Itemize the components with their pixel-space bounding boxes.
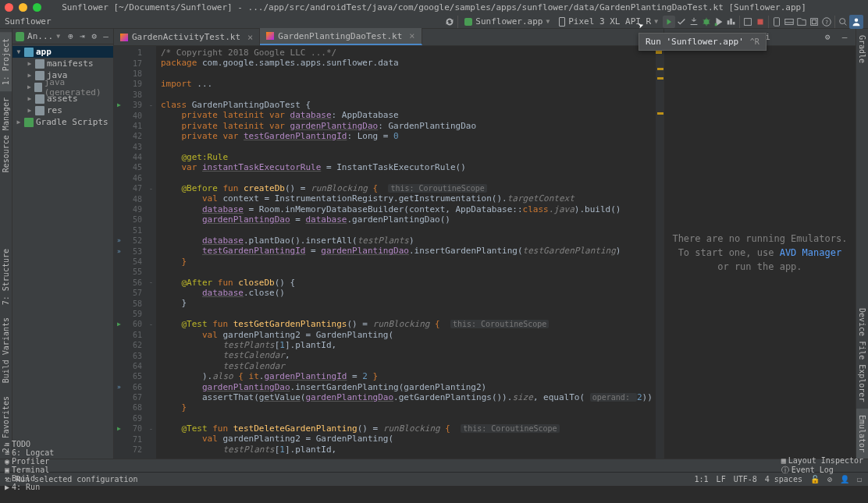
- warning-mark[interactable]: [657, 112, 663, 115]
- tool-tab-layout-inspector[interactable]: ▦Layout Inspector: [781, 456, 863, 465]
- code-line[interactable]: val gardenPlanting2 = GardenPlanting(: [161, 434, 653, 444]
- apply-changes-icon[interactable]: [675, 16, 688, 28]
- sdk-manager-icon[interactable]: [783, 16, 795, 28]
- diff-gutter-icon[interactable]: »: [117, 384, 121, 391]
- line-number[interactable]: 69: [114, 413, 147, 423]
- code-line[interactable]: @After fun closeDb() {: [161, 278, 653, 288]
- fold-toggle[interactable]: [147, 340, 155, 350]
- fold-toggle[interactable]: [147, 382, 155, 392]
- profile-icon[interactable]: [725, 16, 738, 28]
- fold-toggle[interactable]: [147, 193, 155, 204]
- line-number[interactable]: 51: [114, 225, 147, 236]
- line-number[interactable]: 63: [114, 350, 147, 360]
- indent-setting[interactable]: 4 spaces: [765, 475, 802, 484]
- fold-toggle[interactable]: [147, 162, 155, 172]
- line-number[interactable]: 19: [114, 79, 147, 89]
- code-line[interactable]: [161, 69, 653, 79]
- fold-toggle[interactable]: [147, 121, 155, 131]
- tab-resource-manager[interactable]: Resource Manager: [0, 91, 12, 179]
- file-encoding[interactable]: UTF-8: [734, 475, 757, 484]
- code-line[interactable]: }: [161, 298, 653, 308]
- tree-item-manifests[interactable]: manifests: [12, 58, 113, 69]
- code-line[interactable]: testGardenPlantingId = gardenPlantingDao…: [161, 246, 653, 256]
- tree-arrow-icon[interactable]: [27, 72, 33, 79]
- line-number[interactable]: 41: [114, 121, 147, 131]
- code-line[interactable]: @get:Rule: [161, 152, 653, 162]
- fold-toggle[interactable]: [147, 79, 155, 89]
- fold-toggle[interactable]: -: [147, 183, 155, 193]
- line-number[interactable]: 72: [114, 445, 147, 455]
- minimize-window-icon[interactable]: [19, 3, 27, 12]
- line-number[interactable]: 55: [114, 267, 147, 277]
- panel-settings-icon[interactable]: ⚙: [821, 31, 834, 44]
- fold-toggle[interactable]: [147, 288, 155, 298]
- line-number[interactable]: 39▶: [114, 100, 147, 110]
- line-ending[interactable]: LF: [717, 475, 726, 484]
- fold-toggle[interactable]: [147, 361, 155, 371]
- code-line[interactable]: testCalendar: [161, 361, 653, 371]
- hide-panel-icon[interactable]: —: [838, 31, 851, 44]
- tab-build-variants[interactable]: Build Variants: [0, 311, 12, 389]
- hide-panel-icon[interactable]: —: [101, 30, 110, 43]
- tree-item-app[interactable]: app: [12, 46, 113, 58]
- line-number[interactable]: 17: [114, 58, 147, 68]
- code-line[interactable]: [161, 90, 653, 100]
- fold-toggle[interactable]: [147, 152, 155, 162]
- line-number[interactable]: 44: [114, 152, 147, 162]
- help-icon[interactable]: ?: [820, 16, 833, 28]
- fold-toggle[interactable]: [147, 246, 155, 256]
- tree-arrow-icon[interactable]: [27, 95, 33, 102]
- fold-toggle[interactable]: [147, 48, 155, 58]
- code-line[interactable]: }: [161, 402, 653, 413]
- code-line[interactable]: val context = InstrumentationRegistry.ge…: [161, 193, 653, 204]
- code-line[interactable]: class GardenPlantingDaoTest {: [161, 100, 653, 110]
- fold-toggle[interactable]: [147, 225, 155, 236]
- line-number[interactable]: 60▶: [114, 319, 147, 329]
- run-button[interactable]: [663, 16, 675, 28]
- select-opened-file-icon[interactable]: ⊕: [66, 30, 75, 43]
- code-line[interactable]: private lateinit var gardenPlantingDao: …: [161, 121, 653, 131]
- line-number[interactable]: 53»: [114, 246, 147, 256]
- resource-manager-icon[interactable]: [795, 16, 808, 28]
- code-line[interactable]: private lateinit var database: AppDataba…: [161, 110, 653, 120]
- line-number[interactable]: 66»: [114, 382, 147, 392]
- code-line[interactable]: private var testGardenPlantingId: Long =…: [161, 131, 653, 141]
- sync-gradle-icon[interactable]: [443, 16, 456, 28]
- line-number[interactable]: 52»: [114, 236, 147, 246]
- line-number[interactable]: 57: [114, 288, 147, 298]
- line-number[interactable]: 50: [114, 214, 147, 225]
- code-line[interactable]: testPlants[1].plantId,: [161, 445, 653, 455]
- search-everywhere-icon[interactable]: [837, 16, 849, 28]
- fold-toggle[interactable]: -: [147, 319, 155, 329]
- avd-manager-link[interactable]: AVD Manager: [780, 247, 841, 258]
- project-view-label[interactable]: An...: [27, 31, 53, 41]
- code-line[interactable]: [161, 225, 653, 236]
- run-config-selector[interactable]: Sunflower.app ▼: [460, 15, 554, 29]
- line-number[interactable]: 71: [114, 434, 147, 444]
- fold-toggle[interactable]: [147, 309, 155, 319]
- attach-debugger-icon[interactable]: [742, 16, 754, 28]
- code-line[interactable]: [161, 142, 653, 152]
- code-line[interactable]: @Test fun testGetGardenPlantings() = run…: [161, 319, 653, 329]
- error-stripe[interactable]: [656, 46, 663, 459]
- code-line[interactable]: @Before fun createDb() = runBlocking { t…: [161, 183, 653, 193]
- code-line[interactable]: database.plantDao().insertAll(testPlants…: [161, 236, 653, 246]
- fold-toggle[interactable]: [147, 110, 155, 120]
- line-number[interactable]: 1: [114, 48, 147, 58]
- apply-code-changes-icon[interactable]: [688, 16, 700, 28]
- avd-manager-icon[interactable]: [770, 16, 783, 28]
- warning-mark[interactable]: [657, 68, 663, 70]
- tree-arrow-icon[interactable]: [16, 119, 22, 126]
- code-line[interactable]: assertThat(getValue(gardenPlantingDao.ge…: [161, 392, 653, 402]
- code-line[interactable]: ).also { it.gardenPlantingId = 2 }: [161, 371, 653, 381]
- breadcrumb-root[interactable]: Sunflower: [5, 16, 52, 27]
- fold-toggle[interactable]: [147, 69, 155, 79]
- line-number[interactable]: 65: [114, 371, 147, 381]
- fold-toggle[interactable]: -: [147, 278, 155, 288]
- code-line[interactable]: package com.google.samples.apps.sunflowe…: [161, 58, 653, 68]
- tab-emulator-side[interactable]: Emulator: [856, 409, 868, 459]
- status-icon[interactable]: ☐: [6, 475, 11, 484]
- coverage-icon[interactable]: [713, 16, 725, 28]
- line-number[interactable]: 45: [114, 162, 147, 172]
- fold-toggle[interactable]: -: [147, 100, 155, 110]
